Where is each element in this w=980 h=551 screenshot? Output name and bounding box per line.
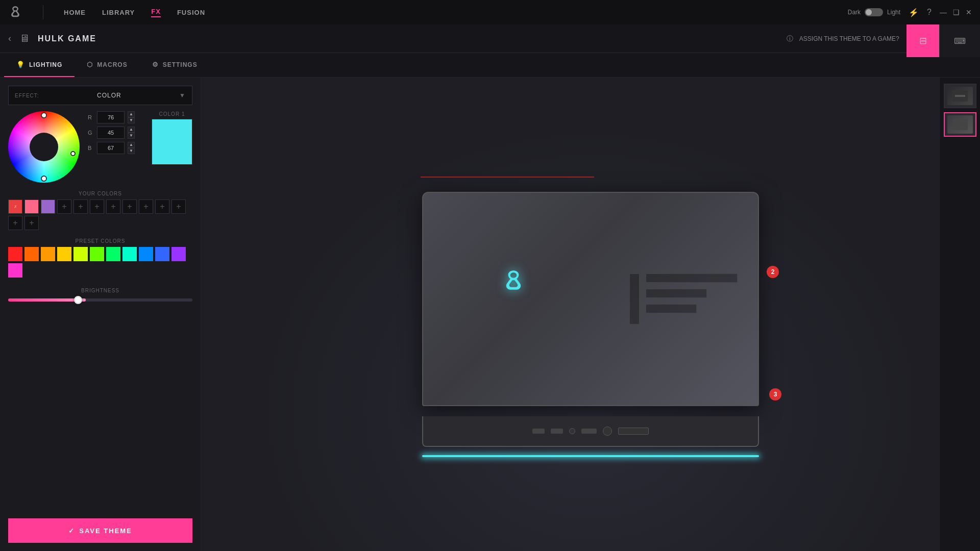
b-spinners: ▲ ▼: [128, 142, 135, 154]
your-color-swatch-1[interactable]: ✗: [8, 199, 22, 214]
g-spinners: ▲ ▼: [128, 127, 135, 139]
keyboard-view-button[interactable]: ⌨: [939, 24, 980, 57]
preset-yellow[interactable]: [57, 247, 71, 261]
preset-purple[interactable]: [172, 247, 186, 261]
color-wheel[interactable]: [8, 111, 80, 183]
rgb-inputs: R ▲ ▼ G ▲ ▼ B: [88, 111, 143, 154]
r-spin-down[interactable]: ▼: [128, 117, 135, 123]
add-color-4[interactable]: +: [106, 199, 120, 214]
thumbnail-2[interactable]: [944, 112, 976, 137]
wheel-thumb-bottom[interactable]: [41, 176, 47, 182]
port-usbc: [532, 429, 545, 434]
theme-title: HULK GAME: [38, 34, 96, 43]
preset-dark-blue[interactable]: [155, 247, 169, 261]
laptop-alien-logo: [501, 267, 526, 297]
theme-toggle-track[interactable]: [865, 8, 883, 16]
b-input[interactable]: [97, 142, 125, 154]
back-button[interactable]: ‹: [8, 33, 11, 44]
add-color-10[interactable]: +: [24, 216, 39, 230]
nav-fx[interactable]: FX: [151, 8, 161, 17]
add-color-9[interactable]: +: [8, 216, 22, 230]
brightness-thumb[interactable]: [74, 296, 82, 304]
add-color-8[interactable]: +: [172, 199, 186, 214]
theme-toggle-thumb: [866, 9, 872, 15]
wheel-thumb-top[interactable]: [41, 112, 47, 118]
add-color-3[interactable]: +: [90, 199, 104, 214]
add-color-7[interactable]: +: [155, 199, 169, 214]
preset-orange[interactable]: [41, 247, 55, 261]
fx-view-icon: ⊟: [919, 35, 927, 46]
lid-bar-wide-2: [646, 289, 707, 298]
right-thumbnails-panel: [939, 78, 980, 551]
preset-mint[interactable]: [106, 247, 120, 261]
brightness-slider[interactable]: [8, 298, 192, 302]
laptop-lid: [422, 192, 759, 406]
lighting-icon: 💡: [16, 61, 25, 68]
lid-bottom-strip: [423, 404, 758, 405]
g-spin-up[interactable]: ▲: [128, 127, 135, 133]
title-bar-left: HOME LIBRARY FX FUSION: [8, 5, 205, 19]
save-theme-button[interactable]: ✓ SAVE THEME: [8, 518, 192, 543]
your-color-swatch-2[interactable]: [24, 199, 39, 214]
help-icon[interactable]: ?: [927, 8, 932, 17]
r-spin-up[interactable]: ▲: [128, 111, 135, 117]
maximize-button[interactable]: ❑: [953, 8, 960, 16]
b-spin-up[interactable]: ▲: [128, 142, 135, 148]
g-input[interactable]: [97, 127, 125, 139]
g-label: G: [88, 130, 94, 136]
preset-cyan[interactable]: [122, 247, 137, 261]
preset-red[interactable]: [8, 247, 22, 261]
wheel-thumb-right[interactable]: [70, 151, 76, 156]
color1-preview[interactable]: [152, 119, 192, 165]
equalizer-icon[interactable]: ⚡: [909, 8, 919, 17]
your-colors-section: YOUR COLORS ✗ + + + + + + + + + +: [8, 189, 192, 230]
effect-select[interactable]: EFFECT: COLOR ▼: [8, 86, 192, 105]
lighting-label: LIGHTING: [29, 61, 62, 68]
preset-green[interactable]: [90, 247, 104, 261]
your-color-swatch-3[interactable]: [41, 199, 55, 214]
save-checkmark-icon: ✓: [68, 527, 75, 535]
laptop-mockup: [422, 192, 759, 437]
badge-3: 3: [769, 388, 781, 400]
add-color-6[interactable]: +: [139, 199, 153, 214]
color-wheel-container[interactable]: [8, 111, 80, 183]
port-usba: [551, 429, 563, 434]
tab-lighting[interactable]: 💡 LIGHTING: [4, 53, 75, 77]
tab-macros[interactable]: ⬡ MACROS: [75, 53, 139, 77]
info-icon: ⓘ: [787, 34, 793, 43]
dark-light-toggle[interactable]: Dark Light: [848, 8, 900, 16]
tab-settings[interactable]: ⚙ SETTINGS: [140, 53, 210, 77]
panel-tabs: 💡 LIGHTING ⬡ MACROS ⚙ SETTINGS: [0, 53, 980, 78]
nav-library[interactable]: LIBRARY: [102, 9, 135, 16]
preset-pink[interactable]: [8, 263, 22, 278]
laptop-bottom: [422, 416, 759, 447]
port-hdmi: [581, 429, 597, 434]
add-color-2[interactable]: +: [74, 199, 88, 214]
dropdown-chevron-icon: ▼: [179, 92, 186, 99]
your-colors-swatches: ✗ + + + + + + + + + +: [8, 199, 192, 230]
add-color-1[interactable]: +: [57, 199, 71, 214]
sub-header: ‹ 🖥 HULK GAME ⓘ ASSIGN THIS THEME TO A G…: [0, 24, 980, 53]
close-button[interactable]: ✕: [966, 8, 972, 16]
monitor-icon: 🖥: [19, 33, 30, 44]
add-color-5[interactable]: +: [122, 199, 137, 214]
g-input-row: G ▲ ▼: [88, 127, 143, 139]
preset-yellow-green[interactable]: [74, 247, 88, 261]
g-spin-down[interactable]: ▼: [128, 133, 135, 139]
r-input[interactable]: [97, 111, 125, 123]
preset-blue[interactable]: [139, 247, 153, 261]
minimize-button[interactable]: —: [940, 8, 947, 16]
nav-fusion[interactable]: FUSION: [177, 9, 205, 16]
wheel-center: [30, 133, 58, 161]
fx-view-button[interactable]: ⊟: [906, 24, 939, 57]
color1-container: COLOR 1: [152, 111, 192, 165]
light-label: Light: [887, 9, 900, 16]
thumbnail-1[interactable]: [944, 84, 976, 108]
port-power: [603, 427, 612, 436]
badge-2: 2: [767, 266, 779, 278]
b-spin-down[interactable]: ▼: [128, 148, 135, 154]
badge-3-label: 3: [774, 391, 777, 398]
nav-home[interactable]: HOME: [64, 9, 86, 16]
assign-label[interactable]: ASSIGN THIS THEME TO A GAME?: [799, 35, 899, 42]
preset-orange-red[interactable]: [24, 247, 39, 261]
